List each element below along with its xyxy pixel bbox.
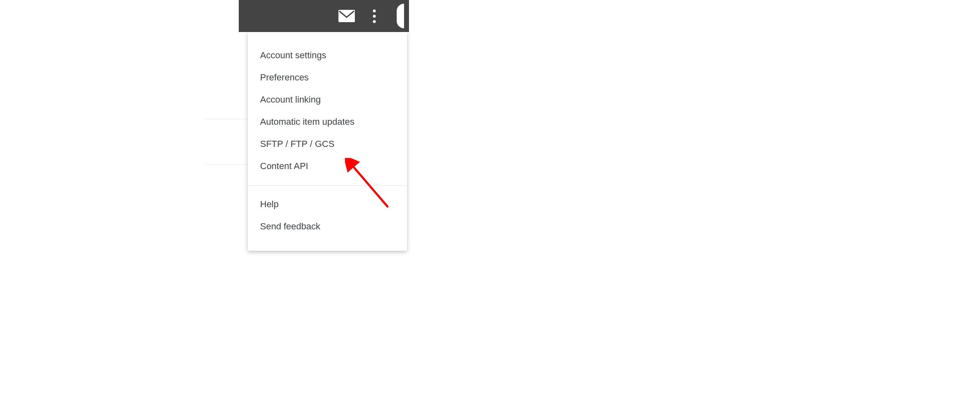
mail-icon[interactable] bbox=[338, 10, 355, 22]
menu-item-send-feedback[interactable]: Send feedback bbox=[248, 215, 407, 238]
menu-item-account-settings[interactable]: Account settings bbox=[248, 44, 407, 66]
menu-divider bbox=[248, 185, 407, 186]
more-vertical-icon[interactable] bbox=[369, 9, 379, 23]
avatar-partial[interactable] bbox=[397, 4, 404, 28]
menu-item-content-api[interactable]: Content API bbox=[248, 155, 407, 177]
menu-item-sftp-ftp-gcs[interactable]: SFTP / FTP / GCS bbox=[248, 133, 407, 155]
header-bar bbox=[239, 0, 409, 32]
menu-item-help[interactable]: Help bbox=[248, 193, 407, 215]
dot-icon bbox=[373, 9, 376, 12]
menu-section-2: Help Send feedback bbox=[248, 193, 407, 243]
menu-item-account-linking[interactable]: Account linking bbox=[248, 89, 407, 111]
dropdown-menu: Account settings Preferences Account lin… bbox=[248, 32, 407, 251]
menu-item-automatic-item-updates[interactable]: Automatic item updates bbox=[248, 111, 407, 133]
dot-icon bbox=[373, 15, 376, 18]
dot-icon bbox=[373, 20, 376, 23]
app-container: Account settings Preferences Account lin… bbox=[239, 0, 409, 251]
menu-item-preferences[interactable]: Preferences bbox=[248, 66, 407, 89]
menu-section-1: Account settings Preferences Account lin… bbox=[248, 44, 407, 182]
mail-icon-svg bbox=[338, 10, 355, 22]
